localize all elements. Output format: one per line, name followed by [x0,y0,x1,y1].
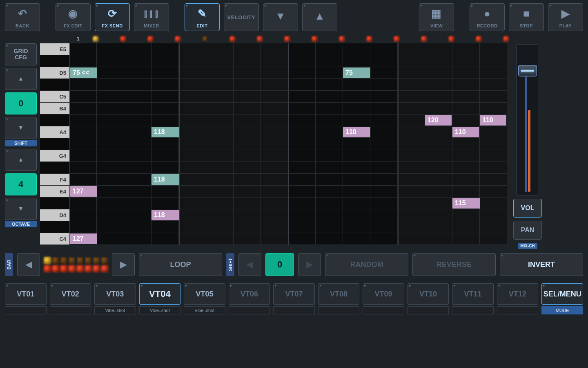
grid-cell[interactable] [69,150,97,162]
track-slot[interactable]: VT07- [273,283,315,314]
grid-cell[interactable] [124,103,151,114]
grid-cell[interactable] [97,67,124,79]
bar-prev-button[interactable]: ◀ [17,253,40,276]
grid-cell[interactable] [425,233,452,245]
grid-cell[interactable] [124,174,151,186]
grid-cell[interactable]: 118 [151,209,179,221]
grid-cell[interactable] [97,55,124,67]
grid-cell[interactable] [261,103,288,114]
grid-cell[interactable] [179,126,206,138]
grid-cell[interactable] [370,174,398,186]
grid-cell[interactable] [398,209,425,221]
up-button[interactable]: ▲ [302,3,337,31]
grid-cell[interactable] [261,114,288,126]
grid-cell[interactable] [316,43,343,55]
grid-cell[interactable] [206,114,234,126]
grid-cell[interactable] [452,174,480,186]
grid-cell[interactable] [452,221,480,233]
grid-cell[interactable] [206,126,234,138]
grid-cell[interactable] [398,150,425,162]
grid-cell[interactable] [398,67,425,79]
grid-cell[interactable] [261,162,288,174]
grid-cell[interactable] [398,79,425,91]
record-button[interactable]: ● RECORD [470,3,505,31]
invert-button[interactable]: INVERT [500,253,583,276]
grid-cell[interactable] [398,43,425,55]
grid-cell[interactable] [343,233,370,245]
grid-cell[interactable] [480,138,507,150]
grid-cell[interactable]: 127 [69,186,97,197]
grid-cell[interactable] [261,55,288,67]
grid-cell[interactable] [480,162,507,174]
grid-cell[interactable] [480,91,507,103]
grid-cell[interactable] [151,138,179,150]
grid-cell[interactable] [288,79,316,91]
grid-cell[interactable] [97,233,124,245]
grid-cell[interactable] [288,138,316,150]
grid-cell[interactable] [398,138,425,150]
grid-cell[interactable] [398,55,425,67]
grid-cell[interactable] [179,186,206,197]
grid-cell[interactable] [179,91,206,103]
grid-cell[interactable] [370,55,398,67]
shift-up-button[interactable]: ▲ [5,68,37,90]
grid-cell[interactable] [343,186,370,197]
grid-cell[interactable] [124,55,151,67]
track-slot[interactable]: VT11- [452,283,494,314]
grid-cell[interactable] [480,174,507,186]
grid-cell[interactable] [124,126,151,138]
grid-cell[interactable] [206,186,234,197]
grid-cell[interactable] [480,79,507,91]
fx-edit-button[interactable]: ◉ FX EDIT [56,3,91,31]
grid-cell[interactable] [343,209,370,221]
grid-cell[interactable] [288,186,316,197]
grid-cell[interactable] [97,91,124,103]
grid-cell[interactable] [425,221,452,233]
grid-cell[interactable] [234,233,261,245]
grid-cell[interactable] [288,67,316,79]
grid-cell[interactable] [398,114,425,126]
edit-button[interactable]: ✎ EDIT [185,3,220,31]
grid-cell[interactable] [370,114,398,126]
grid-cell[interactable] [179,43,206,55]
grid-cell[interactable] [261,126,288,138]
volume-slider[interactable] [516,44,539,195]
grid-cell[interactable] [179,55,206,67]
grid-cell[interactable] [288,103,316,114]
grid-cell[interactable]: 110 [480,114,507,126]
grid-cell[interactable] [206,91,234,103]
grid-cell[interactable] [425,197,452,209]
grid-cell[interactable] [234,79,261,91]
grid-cell[interactable] [261,43,288,55]
grid-cell[interactable] [370,91,398,103]
note-block[interactable]: 110 [452,127,479,137]
grid-cell[interactable] [316,197,343,209]
grid-cell[interactable] [97,103,124,114]
grid-cell[interactable] [206,150,234,162]
grid-cell[interactable] [452,103,480,114]
pan-button[interactable]: PAN [513,221,542,240]
grid-cell[interactable] [316,162,343,174]
grid-cell[interactable] [288,114,316,126]
grid-cell[interactable] [97,138,124,150]
grid-cell[interactable] [97,221,124,233]
grid-cell[interactable] [425,126,452,138]
shift-right-button[interactable]: ▶ [298,253,321,276]
grid-cell[interactable] [124,233,151,245]
grid-cell[interactable] [452,186,480,197]
grid-cell[interactable] [288,233,316,245]
grid-cell[interactable]: 75 << [69,67,97,79]
grid-cell[interactable] [343,91,370,103]
grid-cell[interactable]: 127 [69,233,97,245]
grid-cell[interactable] [234,197,261,209]
grid-cell[interactable] [452,55,480,67]
grid-cell[interactable] [151,221,179,233]
grid-cell[interactable] [288,174,316,186]
grid-cell[interactable] [261,186,288,197]
grid-cell[interactable] [316,209,343,221]
grid-cell[interactable]: 118 [151,126,179,138]
velocity-button[interactable]: VELOCITY [224,3,259,31]
grid-cell[interactable] [151,162,179,174]
grid-cell[interactable] [480,221,507,233]
grid-cell[interactable] [452,114,480,126]
